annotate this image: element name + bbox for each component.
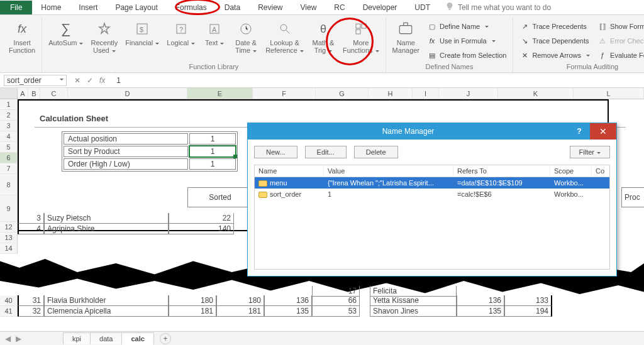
add-sheet-button[interactable]: + — [160, 333, 171, 344]
tab-udt[interactable]: UDT — [406, 1, 439, 14]
tab-file[interactable]: File — [0, 1, 32, 14]
row-14[interactable]: 14 — [0, 243, 18, 254]
row-41[interactable]: 41 — [0, 306, 18, 317]
cell-idx[interactable]: 3 — [18, 213, 44, 224]
datetime-button[interactable]: Date & Time — [231, 19, 260, 55]
tab-data[interactable]: Data — [216, 1, 249, 14]
sheet-tab-kpi[interactable]: kpi — [63, 332, 91, 344]
define-name-button[interactable]: ▢Define Name — [425, 20, 509, 33]
col-K[interactable]: K — [498, 88, 574, 99]
sheet-tab-data[interactable]: data — [90, 332, 122, 344]
cell[interactable]: 53 — [312, 306, 360, 317]
row-13[interactable]: 13 — [0, 233, 18, 243]
autosum-button[interactable]: ∑AutoSum — [46, 19, 86, 48]
sheet-nav[interactable]: ◀▶ — [5, 334, 21, 343]
cell[interactable]: 136 — [457, 295, 504, 306]
col-A[interactable]: A — [18, 88, 28, 99]
recently-used-button[interactable]: Recently Used — [88, 19, 120, 55]
filter-button[interactable]: Filter — [570, 146, 610, 158]
delete-button[interactable]: Delete — [354, 146, 398, 158]
tab-insert[interactable]: Insert — [70, 1, 106, 14]
row-9[interactable]: 9 — [0, 195, 18, 222]
use-in-formula-button[interactable]: fxUse in Formula — [425, 35, 509, 47]
col-I[interactable]: I — [413, 88, 439, 99]
show-formulas-button[interactable]: ⟦⟧Show Formulas — [595, 20, 644, 33]
tab-developer[interactable]: Developer — [354, 1, 406, 14]
tab-review[interactable]: Review — [249, 1, 291, 14]
col-B[interactable]: B — [28, 88, 40, 99]
col-H[interactable]: H — [369, 88, 413, 99]
col-L[interactable]: L — [574, 88, 644, 99]
cell-idx[interactable]: 32 — [18, 306, 44, 317]
trace-precedents-button[interactable]: ↗Trace Precedents — [517, 20, 592, 33]
formula-input[interactable]: 1 — [113, 74, 644, 87]
tab-home[interactable]: Home — [32, 1, 70, 14]
name-box[interactable]: sort_order — [4, 75, 67, 86]
edit-button[interactable]: Edit... — [305, 146, 347, 158]
evaluate-formula-button[interactable]: ƒEvaluate Formula — [595, 49, 644, 62]
col-G[interactable]: G — [316, 88, 369, 99]
list-item[interactable]: sort_order 1 =calc!$E$6 Workbo... — [255, 189, 609, 200]
cell-name2[interactable]: Yetta Kissane — [370, 295, 457, 306]
col-scope[interactable]: Scope — [550, 165, 592, 177]
row-12[interactable]: 12 — [0, 222, 18, 233]
math-button[interactable]: θMath & Trig — [309, 19, 338, 55]
sheet-tab-calc[interactable]: calc — [121, 332, 153, 345]
cell[interactable]: 135 — [264, 306, 312, 317]
row-3[interactable]: 3 — [0, 121, 18, 131]
help-button[interactable]: ? — [569, 127, 590, 136]
dialog-titlebar[interactable]: Name Manager ? ✕ — [248, 123, 616, 140]
row-2[interactable]: 2 — [0, 110, 18, 121]
more-functions-button[interactable]: More Functions — [340, 19, 382, 55]
cell-idx[interactable]: 4 — [18, 224, 44, 234]
cell-idx[interactable]: 31 — [18, 295, 44, 306]
cell[interactable]: 180 — [169, 295, 216, 306]
trace-dependents-button[interactable]: ↘Trace Dependents — [517, 35, 592, 47]
cell[interactable]: 181 — [216, 306, 264, 317]
tab-rc[interactable]: RC — [325, 1, 353, 14]
prev-sheet-icon[interactable]: ◀ — [5, 334, 11, 343]
close-button[interactable]: ✕ — [590, 123, 616, 140]
text-button[interactable]: AText — [200, 19, 229, 48]
insert-function-button[interactable]: fx Insert Function — [6, 19, 38, 55]
row-7[interactable]: 7 — [0, 163, 18, 174]
cell-sorted[interactable]: 22 — [169, 213, 234, 224]
cell-name[interactable]: Clemencia Apicella — [44, 306, 169, 317]
tab-view[interactable]: View — [292, 1, 326, 14]
cell[interactable]: 135 — [457, 306, 504, 317]
tab-formulas[interactable]: Formulas — [167, 1, 216, 14]
tab-page-layout[interactable]: Page Layout — [106, 1, 166, 14]
cell[interactable]: 194 — [504, 306, 552, 317]
cell-name[interactable]: Agripina Shire — [44, 224, 169, 234]
col-D[interactable]: D — [68, 88, 187, 99]
create-from-selection-button[interactable]: ▤Create from Selection — [425, 49, 509, 62]
val-sort-by-product[interactable]: 1 — [189, 146, 236, 157]
row-8[interactable]: 8 — [0, 174, 18, 195]
fx-button[interactable]: fx — [99, 76, 105, 85]
col-J[interactable]: J — [439, 88, 498, 99]
col-E[interactable]: E — [187, 88, 253, 99]
col-refers[interactable]: Refers To — [453, 165, 550, 177]
row-1[interactable]: 1 — [0, 99, 18, 110]
cell[interactable]: 181 — [169, 306, 216, 317]
cancel-formula-icon[interactable]: ✕ — [74, 76, 80, 85]
cell-sorted[interactable]: 140 — [169, 224, 234, 234]
name-manager-button[interactable]: Name Manager — [390, 19, 422, 55]
cell-name[interactable]: Flavia Burkholder — [44, 295, 169, 306]
new-button[interactable]: New... — [254, 146, 297, 158]
tell-me-search[interactable]: Tell me what you want to do — [445, 2, 551, 13]
remove-arrows-button[interactable]: ✕Remove Arrows — [517, 49, 592, 62]
error-checking-button[interactable]: ⚠Error Checking — [595, 35, 644, 47]
col-comment[interactable]: Co — [592, 165, 604, 177]
financial-button[interactable]: $Financial — [123, 19, 162, 48]
col-F[interactable]: F — [253, 88, 316, 99]
cell[interactable]: 136 — [264, 295, 312, 306]
row-5[interactable]: 5 — [0, 142, 18, 153]
cell[interactable]: 133 — [504, 295, 552, 306]
val-actual-position[interactable]: 1 — [189, 133, 236, 145]
list-item[interactable]: menu {"Irena Whelan ";"Latrisha Espirit.… — [255, 177, 609, 189]
row-4[interactable]: 4 — [0, 131, 18, 142]
col-name[interactable]: Name — [255, 165, 324, 177]
col-C[interactable]: C — [40, 88, 68, 99]
row-40[interactable]: 40 — [0, 295, 18, 306]
